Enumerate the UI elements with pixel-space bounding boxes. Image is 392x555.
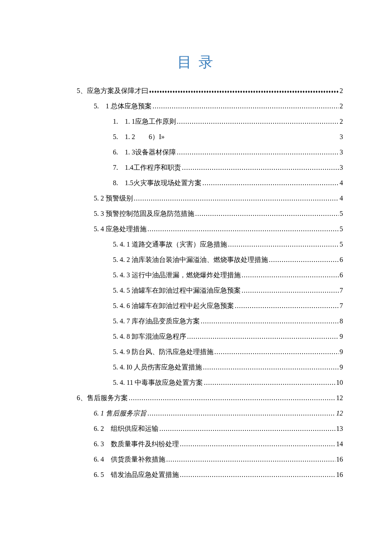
toc-entry-page: 2 [339, 116, 343, 127]
toc-entry: 5. 1 总体应急预案.............................… [94, 101, 347, 116]
toc-entry-page: 9 [339, 347, 343, 357]
toc-entry-page: 3 [339, 132, 343, 142]
toc-entry-label: 6. 2 组织供应和运输 [94, 424, 159, 434]
toc-leader: ........................................… [176, 116, 339, 127]
toc-leader: ........................................… [227, 239, 339, 250]
toc-leader: ........................................… [147, 224, 339, 234]
toc-entry-label: 5. 4. 2 油库装油台装油中漏溢油、燃烧事故处理措施 [113, 255, 268, 265]
toc-entry-label: 5. 4. I0 人员伤害应急处置措施 [113, 362, 202, 372]
toc-entry-label: 7. 1.4工作程序和职责 [113, 163, 181, 173]
toc-entry-label: 5. 4. 7 库存油品变质应急方案 [113, 316, 200, 326]
toc-entry-page: 16 [335, 454, 343, 465]
toc-entry-page: 10 [335, 378, 343, 388]
toc-leader: ........................................… [200, 316, 339, 326]
toc-entry-page: 8 [339, 316, 343, 326]
toc-entry: 5. 1. 2 6）I»3 [113, 132, 347, 147]
toc-entry-label: 5. 2 预警级别 [94, 193, 133, 203]
toc-leader: ........................................… [147, 408, 335, 418]
toc-entry-label: 8. 1.5火灾事故现场处置方案 [113, 178, 202, 188]
toc-entry: 5. 4 应急处理措施.............................… [94, 224, 347, 239]
toc-entry-page: 3 [339, 163, 343, 173]
toc-entry: 5. 4. 1 道路交通事故（灾害）应急措施..................… [113, 239, 347, 255]
toc-entry-label: 5. 4. 8 卸车混油应急程序 [113, 331, 186, 342]
toc-entry-page: 2 [339, 101, 343, 111]
toc-entry: 5. 4. 3 运行中油品泄漏，燃烧爆炸处理措施................… [113, 270, 347, 285]
toc-entry: 1. 1. 1应急工作原则...........................… [113, 116, 347, 132]
toc-entry-label: 6. 1. 3设备器材保障 [113, 147, 176, 157]
toc-leader: ........................................… [202, 178, 339, 188]
toc-entry-label: 5. 4. 5 油罐车在卸油过程中漏溢油应急预案 [113, 285, 241, 296]
toc-entry: 5. 4. 5 油罐车在卸油过程中漏溢油应急预案................… [113, 285, 347, 301]
toc-entry-label: 1. 1. 1应急工作原则 [113, 116, 176, 127]
toc-entry-label: 5. 4. 9 防台风、防汛应急处理措施 [113, 347, 213, 357]
toc-entry: 5、应急方案及保障才曰♦♦♦♦♦♦♦♦♦♦♦♦♦♦♦♦♦♦♦♦♦♦♦♦♦♦♦♦♦… [77, 86, 347, 101]
toc-entry-page: 9 [339, 362, 343, 372]
toc-entry-page: 4 [339, 193, 343, 203]
toc-entry: 5. 4. 7 库存油品变质应急方案......................… [113, 316, 347, 331]
toc-entry: 5. 4. 11 中毒事故应急处置方案.....................… [113, 378, 347, 393]
toc-entry-label: 6. 1 售后服务宗旨 [94, 408, 147, 418]
toc-entry-page: 3 [339, 147, 343, 157]
toc-entry: 5. 4. 2 油库装油台装油中漏溢油、燃烧事故处理措施............… [113, 255, 347, 270]
toc-entry-label: 5. 1. 2 6）I» [113, 132, 164, 142]
toc-entry: 5. 4. I0 人员伤害应急处置措施.....................… [113, 362, 347, 378]
toc-entry: 6. 2 组织供应和运输............................… [94, 424, 347, 439]
toc-entry-label: 5. 4. 6 油罐车在卸油过程中起火应急预案 [113, 301, 234, 311]
toc-entry-page: 12 [335, 393, 343, 403]
toc-leader: ........................................… [152, 101, 339, 111]
toc-leader: ........................................… [179, 470, 335, 480]
toc-entry-label: 5. 1 总体应急预案 [94, 101, 152, 111]
toc-entry-page: 2 [339, 86, 343, 96]
toc-entry-label: 5. 4. 1 道路交通事故（灾害）应急措施 [113, 239, 227, 250]
toc-entry-label: 6. 4 供货质量补救措施 [94, 454, 165, 465]
toc-leader: ........................................… [241, 285, 339, 296]
toc-entry-page: 6 [339, 255, 343, 265]
toc-entry: 6、售后服务方案................................… [77, 393, 347, 408]
toc-entry: 5. 4. 9 防台风、防汛应急处理措施....................… [113, 347, 347, 362]
toc-entry-page: 7 [339, 301, 343, 311]
toc-entry: 5. 4. 6 油罐车在卸油过程中起火应急预案.................… [113, 301, 347, 316]
toc-entry: 5. 3 预警控制范固及应急防范措施......................… [94, 209, 347, 224]
toc-entry-label: 5、应急方案及保障才曰 [77, 86, 148, 96]
toc-entry-label: 6、售后服务方案 [77, 393, 128, 403]
toc-leader: ........................................… [213, 347, 339, 357]
toc-list: 5、应急方案及保障才曰♦♦♦♦♦♦♦♦♦♦♦♦♦♦♦♦♦♦♦♦♦♦♦♦♦♦♦♦♦… [45, 86, 347, 485]
toc-entry-page: 5 [339, 239, 343, 250]
toc-entry-page: 9 [339, 331, 343, 342]
toc-leader: ........................................… [194, 209, 339, 219]
toc-leader: ........................................… [268, 255, 339, 265]
toc-leader: ........................................… [202, 362, 339, 372]
toc-entry-page: 13 [335, 424, 343, 434]
toc-leader: ........................................… [181, 163, 339, 173]
toc-leader: ........................................… [128, 393, 335, 403]
toc-leader: ........................................… [234, 301, 339, 311]
toc-entry: 6. 3 数质量事件及纠纷处理.........................… [94, 439, 347, 454]
toc-leader: ........................................… [179, 439, 335, 449]
toc-entry-label: 5. 4. 11 中毒事故应急处置方案 [113, 378, 203, 388]
toc-entry-page: 12 [335, 408, 343, 418]
toc-leader: ........................................… [165, 454, 335, 465]
toc-entry-label: 5. 4. 3 运行中油品泄漏，燃烧爆炸处理措施 [113, 270, 241, 280]
toc-entry-label: 5. 3 预警控制范固及应急防范措施 [94, 209, 194, 219]
toc-entry: 6. 1. 3设备器材保障...........................… [113, 147, 347, 163]
toc-entry: 5. 2 预警级别...............................… [94, 193, 347, 209]
toc-entry: 8. 1.5火灾事故现场处置方案........................… [113, 178, 347, 193]
toc-entry: 7. 1.4工作程序和职责...........................… [113, 163, 347, 178]
toc-entry-page: 5 [339, 209, 343, 219]
toc-leader: ........................................… [176, 147, 339, 157]
toc-entry-label: 6. 5 错发油品应急处置措施 [94, 470, 179, 480]
toc-entry-page: 7 [339, 285, 343, 296]
toc-entry-page: 4 [339, 178, 343, 188]
toc-leader: ♦♦♦♦♦♦♦♦♦♦♦♦♦♦♦♦♦♦♦♦♦♦♦♦♦♦♦♦♦♦♦♦♦♦♦♦♦♦♦♦… [148, 88, 339, 95]
toc-leader: ........................................… [203, 378, 335, 388]
toc-entry-page: 5 [339, 224, 343, 234]
document-page: 目 录 5、应急方案及保障才曰♦♦♦♦♦♦♦♦♦♦♦♦♦♦♦♦♦♦♦♦♦♦♦♦♦… [0, 0, 392, 555]
toc-leader: ........................................… [133, 193, 339, 203]
toc-leader: ........................................… [186, 331, 339, 342]
toc-entry: 6. 1 售后服务宗旨.............................… [94, 408, 347, 424]
toc-title: 目 录 [45, 51, 347, 73]
toc-entry: 6. 4 供货质量补救措施...........................… [94, 454, 347, 470]
toc-leader: ........................................… [159, 424, 335, 434]
toc-entry: 5. 4. 8 卸车混油应急程序........................… [113, 331, 347, 347]
toc-entry-label: 6. 3 数质量事件及纠纷处理 [94, 439, 179, 449]
